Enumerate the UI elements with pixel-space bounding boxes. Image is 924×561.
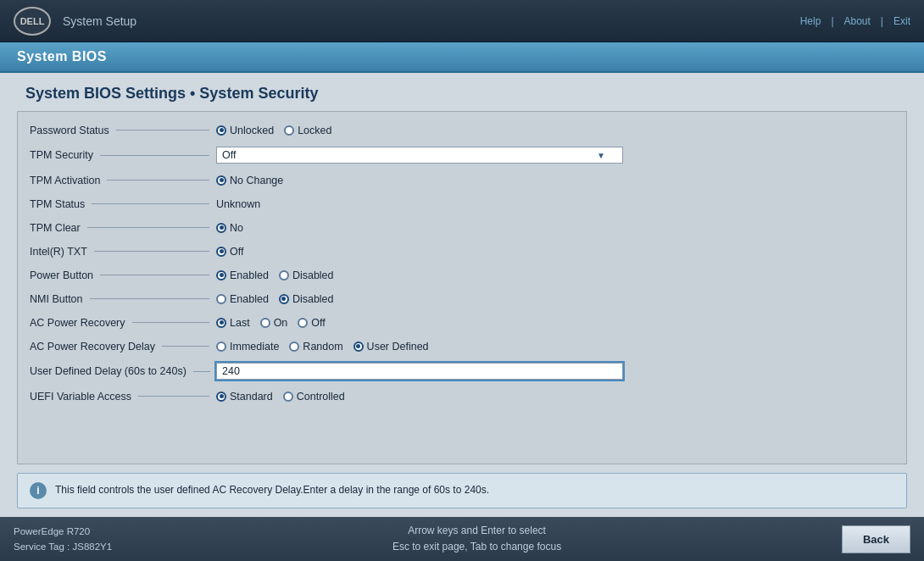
radio-controlled[interactable]: Controlled: [283, 391, 345, 403]
radio-circle: [216, 125, 226, 136]
service-tag: Service Tag : JS882Y1: [14, 539, 112, 554]
table-row: TPM Status Unknown: [18, 192, 906, 216]
radio-off[interactable]: Off: [216, 246, 243, 258]
key-hint-line2: Esc to exit page, Tab to change focus: [112, 539, 842, 555]
settings-container[interactable]: Password Status Unlocked Locked: [17, 111, 907, 464]
setting-label-tpm-status: TPM Status: [30, 198, 216, 210]
setting-label-power-button: Power Button: [30, 269, 216, 281]
radio-enabled[interactable]: Enabled: [216, 269, 269, 281]
setting-value-ac-power-recovery: Last On Off: [216, 317, 894, 329]
setting-label-user-defined-delay: User Defined Delay (60s to 240s): [30, 365, 216, 377]
setting-value-tpm-activation: No Change: [216, 175, 894, 186]
divider-line: [87, 227, 209, 228]
radio-disabled[interactable]: Disabled: [279, 269, 334, 281]
table-row: Password Status Unlocked Locked: [18, 119, 906, 142]
radio-circle: [216, 175, 226, 186]
user-defined-delay-input[interactable]: [216, 363, 623, 380]
divider-line: [193, 371, 210, 372]
radio-standard[interactable]: Standard: [216, 391, 273, 403]
radio-enabled[interactable]: Enabled: [216, 293, 269, 305]
title-sep1: |: [831, 15, 833, 27]
radio-circle: [279, 270, 289, 280]
radio-circle: [298, 318, 308, 328]
radio-locked[interactable]: Locked: [284, 125, 331, 136]
dell-logo: DELL: [14, 7, 51, 36]
setting-label-ac-power-recovery-delay: AC Power Recovery Delay: [30, 341, 216, 353]
app-title: System Setup: [63, 14, 136, 28]
radio-unlocked[interactable]: Unlocked: [216, 125, 274, 136]
info-box: i This field controls the user defined A…: [17, 473, 907, 508]
radio-circle: [216, 392, 226, 402]
setting-value-tpm-clear: No: [216, 222, 894, 234]
divider-line: [92, 203, 209, 204]
main-wrapper: System BIOS System BIOS Settings • Syste…: [0, 42, 924, 517]
footer-key-hints: Arrow keys and Enter to select Esc to ex…: [112, 523, 842, 555]
divider-line: [90, 298, 209, 299]
setting-value-uefi-variable-access: Standard Controlled: [216, 391, 894, 403]
footer: PowerEdge R720 Service Tag : JS882Y1 Arr…: [0, 517, 924, 561]
radio-immediate[interactable]: Immediate: [216, 341, 279, 353]
setting-value-password-status: Unlocked Locked: [216, 125, 894, 136]
table-row: Intel(R) TXT Off: [18, 240, 906, 264]
table-row: NMI Button Enabled Disabled: [18, 287, 906, 311]
page-title: System BIOS Settings • System Security: [0, 73, 924, 111]
exit-link[interactable]: Exit: [893, 15, 910, 27]
divider-line: [162, 346, 209, 347]
table-row: AC Power Recovery Last On: [18, 311, 906, 335]
setting-label-tpm-activation: TPM Activation: [30, 175, 216, 186]
setting-value-ac-power-recovery-delay: Immediate Random User Defined: [216, 341, 894, 353]
divider-line: [100, 275, 209, 275]
tpm-security-dropdown[interactable]: Off ▼: [216, 147, 623, 164]
tpm-status-value: Unknown: [216, 198, 260, 210]
radio-circle: [283, 392, 293, 402]
info-icon: i: [30, 482, 47, 499]
radio-circle: [216, 294, 226, 304]
title-bar: DELL System Setup Help | About | Exit: [0, 0, 924, 42]
setting-label-uefi-variable-access: UEFI Variable Access: [30, 391, 216, 403]
setting-label-intel-txt: Intel(R) TXT: [30, 246, 216, 258]
setting-label-tpm-clear: TPM Clear: [30, 222, 216, 234]
radio-circle: [289, 342, 299, 352]
setting-value-power-button: Enabled Disabled: [216, 269, 894, 281]
radio-circle: [216, 247, 226, 257]
table-row: TPM Clear No: [18, 216, 906, 240]
radio-disabled[interactable]: Disabled: [279, 293, 334, 305]
radio-circle: [216, 318, 226, 328]
setting-label-nmi-button: NMI Button: [30, 293, 216, 305]
settings-inner: Password Status Unlocked Locked: [18, 112, 906, 415]
radio-circle: [284, 125, 294, 136]
radio-user-defined[interactable]: User Defined: [353, 341, 429, 353]
radio-no-change[interactable]: No Change: [216, 175, 283, 186]
radio-off[interactable]: Off: [298, 317, 325, 329]
radio-on[interactable]: On: [260, 317, 288, 329]
title-bar-actions: Help | About | Exit: [800, 15, 910, 27]
info-text: This field controls the user defined AC …: [55, 482, 489, 497]
table-row: TPM Security Off ▼: [18, 142, 906, 169]
help-link[interactable]: Help: [800, 15, 821, 27]
radio-last[interactable]: Last: [216, 317, 250, 329]
setting-value-intel-txt: Off: [216, 246, 894, 258]
setting-value-tpm-status: Unknown: [216, 198, 894, 210]
table-row: AC Power Recovery Delay Immediate Random: [18, 335, 906, 358]
divider-line: [94, 251, 209, 252]
radio-circle: [353, 342, 364, 352]
radio-no[interactable]: No: [216, 222, 243, 234]
section-header: System BIOS: [0, 42, 924, 73]
setting-label-ac-power-recovery: AC Power Recovery: [30, 317, 216, 329]
divider-line: [107, 180, 209, 181]
device-model: PowerEdge R720: [14, 524, 112, 539]
about-link[interactable]: About: [844, 15, 871, 27]
radio-circle: [279, 294, 289, 304]
radio-circle: [260, 318, 270, 328]
setting-value-tpm-security[interactable]: Off ▼: [216, 147, 894, 164]
radio-circle: [216, 342, 226, 352]
back-button[interactable]: Back: [842, 525, 910, 553]
setting-label-tpm-security: TPM Security: [30, 149, 216, 161]
radio-circle: [216, 223, 226, 233]
key-hint-line1: Arrow keys and Enter to select: [112, 523, 842, 539]
setting-value-user-defined-delay[interactable]: [216, 363, 894, 380]
radio-random[interactable]: Random: [289, 341, 342, 353]
radio-circle: [216, 270, 226, 280]
table-row: UEFI Variable Access Standard Controlled: [18, 385, 906, 408]
divider-line: [138, 396, 209, 397]
